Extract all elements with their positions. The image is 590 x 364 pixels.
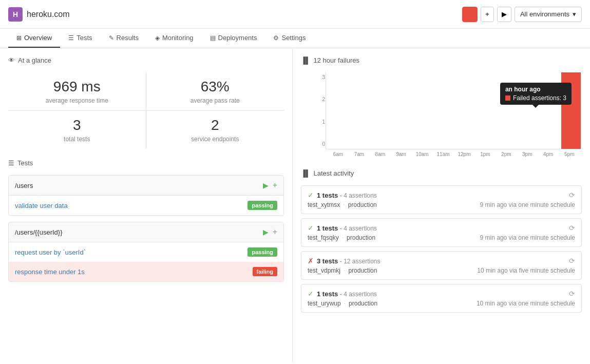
settings-icon: ⚙ bbox=[273, 34, 279, 42]
deployments-icon: ▤ bbox=[210, 34, 216, 42]
endpoint-group-users: /users ▶ + validate user data passing bbox=[8, 175, 284, 216]
chart-bar-slot bbox=[391, 72, 410, 149]
at-a-glance-header: 👁 At a glance bbox=[8, 56, 284, 64]
endpoint-header-users: /users ▶ + bbox=[9, 176, 283, 196]
tests-section-icon: ☰ bbox=[8, 159, 14, 167]
activity-row1: ✓ 1 tests - 4 assertions ⟳ bbox=[308, 224, 575, 232]
activity-dot: · bbox=[344, 300, 346, 307]
total-tests-cell: 3 total tests bbox=[8, 111, 146, 149]
chart-x-label: 10am bbox=[412, 151, 433, 157]
activity-assertions: - 4 assertions bbox=[340, 225, 377, 232]
activity-row2: test_fqsqky · production 9 min ago via o… bbox=[308, 234, 575, 241]
chart-bar-slot bbox=[370, 72, 389, 149]
avg-pass-value: 63% bbox=[155, 79, 276, 95]
activity-item: ✗ 3 tests - 12 assertions ⟳ test_vdpmkj … bbox=[301, 251, 582, 280]
tab-results[interactable]: ✎ Results bbox=[101, 29, 147, 48]
activity-section-label: Latest activity bbox=[313, 169, 354, 177]
activity-dot: · bbox=[343, 201, 345, 208]
activity-list: ✓ 1 tests - 4 assertions ⟳ test_xytmsx ·… bbox=[301, 185, 582, 313]
env-label: All environments bbox=[520, 10, 569, 18]
activity-status-icon: ✓ bbox=[308, 224, 314, 232]
run-endpoint-userid-button[interactable]: ▶ bbox=[263, 227, 269, 237]
activity-refresh-icon[interactable]: ⟳ bbox=[569, 290, 575, 298]
tooltip-red-square bbox=[505, 95, 510, 101]
tab-settings-label: Settings bbox=[281, 34, 306, 42]
tab-overview[interactable]: ⊞ Overview bbox=[8, 29, 60, 48]
activity-time: 10 min ago via five minute schedule bbox=[477, 267, 575, 274]
service-endpoints-cell: 2 service endpoints bbox=[146, 111, 284, 149]
test-name-response-time[interactable]: response time under 1s bbox=[15, 268, 85, 276]
chart-bar-slot bbox=[433, 72, 453, 149]
tab-tests-label: Tests bbox=[77, 34, 92, 42]
chart-x-label: 1pm bbox=[474, 151, 496, 157]
activity-row2: test_xytmsx · production 9 min ago via o… bbox=[308, 201, 575, 208]
tests-section-header: ☰ Tests bbox=[8, 159, 284, 167]
test-name-validate-user[interactable]: validate user data bbox=[15, 202, 68, 209]
y-label-0: 0 bbox=[315, 141, 325, 147]
activity-refresh-icon[interactable]: ⟳ bbox=[569, 191, 575, 199]
chart-x-labels: 6am7am8am9am10am11am12pm1pm2pm3pm4pm5pm bbox=[326, 149, 582, 157]
add-button[interactable]: + bbox=[481, 7, 494, 22]
tests-section-label: Tests bbox=[17, 159, 33, 167]
environment-dropdown[interactable]: All environments ▾ bbox=[515, 7, 582, 22]
eye-icon: 👁 bbox=[8, 56, 15, 64]
add-endpoint-users-button[interactable]: + bbox=[273, 181, 277, 190]
chart-x-label: 5pm bbox=[559, 151, 580, 157]
chevron-down-icon: ▾ bbox=[573, 10, 576, 18]
chart-bar-slot bbox=[412, 72, 432, 149]
chart-bar-slot bbox=[327, 72, 347, 149]
activity-meta: test_vdpmkj · production bbox=[308, 267, 377, 274]
activity-test-id: test_fqsqky bbox=[308, 234, 339, 241]
tooltip-label: Failed assertions: 3 bbox=[513, 94, 566, 102]
tab-tests[interactable]: ☰ Tests bbox=[60, 29, 100, 48]
header-actions: + ▶ All environments ▾ bbox=[462, 7, 582, 22]
tab-overview-label: Overview bbox=[24, 34, 52, 42]
run-endpoint-users-button[interactable]: ▶ bbox=[263, 181, 269, 190]
chart-section-header: ▐▌ 12 hour failures bbox=[301, 56, 582, 64]
stop-button[interactable] bbox=[462, 7, 478, 22]
activity-tests-count: 3 tests - 12 assertions bbox=[317, 257, 380, 265]
avg-pass-label: average pass rate bbox=[155, 97, 276, 104]
overview-icon: ⊞ bbox=[16, 34, 22, 42]
chart-x-label: 12pm bbox=[454, 151, 475, 157]
test-row-response-time: response time under 1s failing bbox=[9, 262, 283, 281]
total-tests-value: 3 bbox=[16, 117, 138, 133]
activity-refresh-icon[interactable]: ⟳ bbox=[569, 257, 575, 265]
tab-monitoring[interactable]: ◈ Monitoring bbox=[147, 29, 202, 48]
activity-section: ▐▌ Latest activity ✓ 1 tests - 4 asserti… bbox=[301, 169, 582, 313]
activity-time: 10 min ago via one minute schedule bbox=[477, 300, 575, 307]
activity-refresh-icon[interactable]: ⟳ bbox=[569, 224, 575, 232]
activity-item: ✓ 1 tests - 4 assertions ⟳ test_urywup ·… bbox=[301, 284, 582, 313]
tab-deployments[interactable]: ▤ Deployments bbox=[202, 29, 265, 48]
activity-test-id: test_vdpmkj bbox=[308, 267, 340, 274]
test-name-request-user[interactable]: request user by `userId` bbox=[15, 248, 86, 256]
activity-meta: test_urywup · production bbox=[308, 300, 377, 307]
main-content: 👁 At a glance 969 ms average response ti… bbox=[0, 48, 590, 362]
left-panel: 👁 At a glance 969 ms average response ti… bbox=[0, 48, 293, 362]
play-button[interactable]: ▶ bbox=[497, 7, 511, 22]
activity-tests-count: 1 tests - 4 assertions bbox=[317, 191, 377, 199]
activity-env: production bbox=[347, 234, 375, 241]
activity-tests-count: 1 tests - 4 assertions bbox=[317, 290, 377, 298]
activity-env: production bbox=[348, 267, 377, 274]
activity-row1: ✓ 1 tests - 4 assertions ⟳ bbox=[308, 191, 575, 199]
activity-test-id: test_xytmsx bbox=[308, 201, 340, 208]
nav-tabs: ⊞ Overview ☰ Tests ✎ Results ◈ Monitorin… bbox=[0, 29, 590, 48]
activity-assertions: - 4 assertions bbox=[340, 192, 377, 199]
endpoint-group-userid: /users/{{userId}} ▶ + request user by `u… bbox=[8, 222, 284, 282]
chart-section-label: 12 hour failures bbox=[313, 56, 359, 64]
chart-bar-slot bbox=[455, 72, 474, 149]
activity-status-icon: ✓ bbox=[308, 191, 314, 199]
activity-tests-count: 1 tests - 4 assertions bbox=[317, 224, 377, 232]
activity-time: 9 min ago via one minute schedule bbox=[480, 234, 575, 241]
activity-icon: ▐▌ bbox=[301, 169, 310, 177]
chart-x-label: 8am bbox=[370, 151, 391, 157]
activity-section-header: ▐▌ Latest activity bbox=[301, 169, 582, 177]
activity-dot: · bbox=[344, 267, 345, 274]
heroku-logo-icon: H bbox=[8, 7, 23, 22]
chart-x-label: 7am bbox=[349, 151, 370, 157]
results-icon: ✎ bbox=[109, 34, 114, 42]
tab-settings[interactable]: ⚙ Settings bbox=[265, 29, 314, 48]
add-endpoint-userid-button[interactable]: + bbox=[273, 227, 277, 237]
test-badge-request-user: passing bbox=[248, 247, 277, 257]
